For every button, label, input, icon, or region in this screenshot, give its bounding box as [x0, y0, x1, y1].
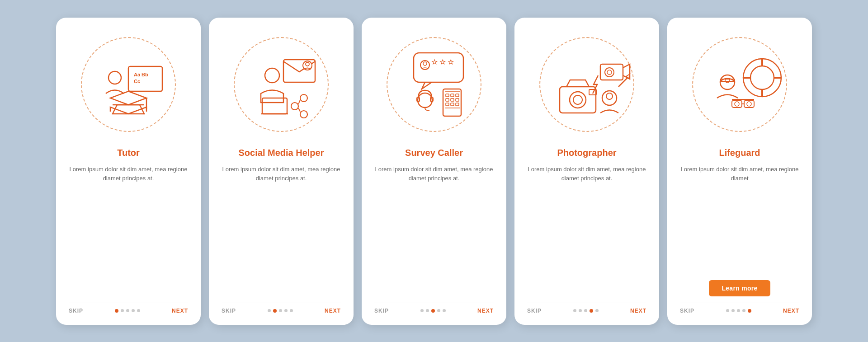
svg-point-59: [735, 102, 739, 106]
dot-5: [748, 309, 751, 313]
svg-point-14: [300, 111, 307, 118]
svg-point-43: [605, 68, 614, 77]
dot-1: [573, 309, 576, 312]
dot-1: [268, 309, 271, 312]
dot-1: [726, 309, 729, 312]
svg-rect-27: [446, 94, 449, 97]
lifeguard-icon: [692, 37, 787, 132]
svg-text:★: ★: [440, 58, 446, 66]
survey-caller-nav: SKIP NEXT: [374, 303, 494, 314]
social-media-desc: Lorem ipsum dolor sit dim amet, mea regi…: [222, 165, 341, 294]
svg-point-48: [750, 66, 774, 89]
card-photographer: Photographer Lorem ipsum dolor sit dim a…: [514, 18, 659, 325]
svg-point-9: [265, 68, 279, 83]
svg-point-2: [108, 71, 121, 84]
tutor-desc: Lorem ipsum dolor sit dim amet, mea regi…: [69, 165, 188, 294]
svg-marker-0: [110, 91, 146, 105]
dot-4: [132, 309, 135, 312]
photographer-icon: [539, 37, 634, 132]
tutor-nav: SKIP NEXT: [69, 303, 188, 314]
cards-container: Aa Bb Cc Tutor Lorem ipsum dolor sit dim…: [42, 4, 826, 338]
dot-4: [437, 309, 440, 312]
lifeguard-dots: [726, 309, 751, 313]
card-tutor: Aa Bb Cc Tutor Lorem ipsum dolor sit dim…: [56, 18, 201, 325]
svg-line-15: [298, 100, 300, 104]
svg-rect-41: [589, 89, 596, 95]
tutor-icon: Aa Bb Cc: [83, 39, 174, 130]
tutor-next[interactable]: NEXT: [172, 308, 188, 314]
dot-4: [742, 309, 745, 312]
tutor-illustration: Aa Bb Cc: [74, 30, 183, 139]
lifeguard-nav: SKIP NEXT: [680, 303, 799, 314]
svg-point-60: [747, 102, 751, 106]
svg-rect-28: [451, 94, 454, 97]
dot-5: [595, 309, 599, 312]
dot-3: [431, 309, 435, 313]
photographer-dots: [573, 309, 599, 313]
dot-3: [737, 309, 740, 312]
svg-text:Cc: Cc: [134, 79, 140, 84]
dot-2: [426, 309, 429, 312]
social-media-icon: [236, 39, 326, 130]
lifeguard-next[interactable]: NEXT: [783, 308, 799, 314]
dot-5: [137, 309, 140, 312]
photographer-next[interactable]: NEXT: [630, 308, 646, 314]
survey-caller-next[interactable]: NEXT: [477, 308, 494, 314]
dot-4: [590, 309, 593, 313]
svg-point-46: [606, 93, 613, 99]
survey-caller-desc: Lorem ipsum dolor sit dim amet, mea regi…: [374, 165, 494, 294]
social-media-nav: SKIP NEXT: [222, 303, 341, 314]
tutor-dots: [115, 309, 140, 313]
dot-5: [290, 309, 293, 312]
survey-caller-title: Survey Caller: [405, 147, 463, 159]
svg-rect-33: [446, 103, 449, 106]
photographer-desc: Lorem ipsum dolor sit dim amet, mea regi…: [527, 165, 646, 294]
dot-1: [115, 309, 118, 313]
card-social-media: Social Media Helper Lorem ipsum dolor si…: [209, 18, 354, 325]
social-media-skip[interactable]: SKIP: [222, 308, 236, 314]
svg-point-13: [291, 103, 298, 110]
svg-rect-29: [456, 94, 459, 97]
svg-text:Aa Bb: Aa Bb: [134, 72, 148, 77]
survey-caller-dots: [420, 309, 446, 313]
tutor-title: Tutor: [117, 147, 140, 159]
survey-caller-illustration: ★ ★ ★: [380, 30, 488, 139]
svg-point-12: [300, 94, 307, 102]
dot-1: [420, 309, 424, 312]
svg-rect-34: [451, 103, 454, 106]
dot-3: [126, 309, 129, 312]
social-media-title: Social Media Helper: [239, 147, 324, 159]
dot-2: [579, 309, 582, 312]
lifeguard-illustration: [685, 30, 794, 139]
svg-rect-38: [560, 87, 596, 113]
photographer-skip[interactable]: SKIP: [527, 308, 542, 314]
dot-2: [273, 309, 277, 313]
lifeguard-skip[interactable]: SKIP: [680, 308, 694, 314]
svg-rect-26: [443, 89, 461, 116]
svg-point-44: [607, 70, 612, 75]
photographer-nav: SKIP NEXT: [527, 303, 646, 314]
dot-2: [731, 309, 735, 312]
svg-point-40: [573, 95, 582, 104]
dot-3: [584, 309, 587, 312]
svg-rect-35: [456, 103, 459, 106]
card-survey-caller: ★ ★ ★: [362, 18, 506, 325]
svg-line-16: [298, 108, 300, 112]
svg-point-19: [423, 62, 427, 66]
learn-more-button[interactable]: Learn more: [709, 280, 770, 296]
dot-2: [121, 309, 124, 312]
survey-caller-skip[interactable]: SKIP: [374, 308, 389, 314]
photographer-title: Photographer: [557, 147, 616, 159]
dot-5: [443, 309, 446, 312]
svg-point-53: [720, 75, 735, 89]
card-lifeguard: Lifeguard Lorem ipsum dolor sit dim amet…: [667, 18, 812, 325]
svg-point-39: [570, 92, 586, 108]
svg-rect-32: [456, 98, 459, 101]
dot-4: [284, 309, 288, 312]
social-media-next[interactable]: NEXT: [325, 308, 341, 314]
svg-text:★: ★: [432, 58, 438, 66]
svg-rect-30: [446, 98, 449, 101]
survey-caller-icon: ★ ★ ★: [387, 37, 481, 132]
photographer-illustration: [533, 30, 641, 139]
tutor-skip[interactable]: SKIP: [69, 308, 83, 314]
